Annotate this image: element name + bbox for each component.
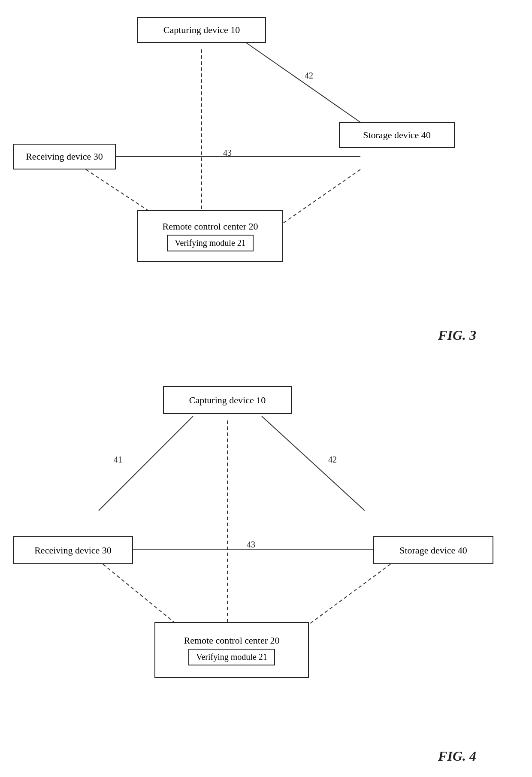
label-42-fig3: 42 [305, 71, 313, 81]
fig4-diagram: Capturing device 10 Receiving device 30 … [0, 369, 532, 777]
svg-line-4 [283, 169, 360, 223]
receiving-device-fig4: Receiving device 30 [13, 536, 133, 564]
remote-control-fig3: Remote control center 20 Verifying modul… [137, 210, 283, 262]
svg-line-1 [240, 39, 360, 122]
label-42-fig4: 42 [328, 455, 337, 465]
fig3-diagram: Capturing device 10 Receiving device 30 … [0, 0, 532, 369]
fig3-label: FIG. 3 [438, 327, 476, 343]
verifying-module-fig4: Verifying module 21 [188, 649, 275, 665]
svg-line-7 [99, 416, 193, 511]
svg-line-11 [300, 564, 390, 631]
storage-device-fig4: Storage device 40 [373, 536, 493, 564]
label-41-fig4: 41 [114, 455, 122, 465]
verifying-module-fig3: Verifying module 21 [167, 235, 254, 251]
capturing-device-fig3: Capturing device 10 [137, 17, 266, 43]
receiving-device-fig3: Receiving device 30 [13, 144, 116, 169]
label-43-fig4: 43 [247, 540, 255, 550]
capturing-device-fig4: Capturing device 10 [163, 386, 292, 414]
label-43-fig3: 43 [223, 148, 232, 158]
fig4-label: FIG. 4 [438, 748, 476, 764]
remote-control-fig4: Remote control center 20 Verifying modul… [154, 622, 309, 678]
svg-line-8 [262, 416, 365, 511]
storage-device-fig3: Storage device 40 [339, 122, 455, 148]
svg-line-10 [103, 564, 184, 631]
